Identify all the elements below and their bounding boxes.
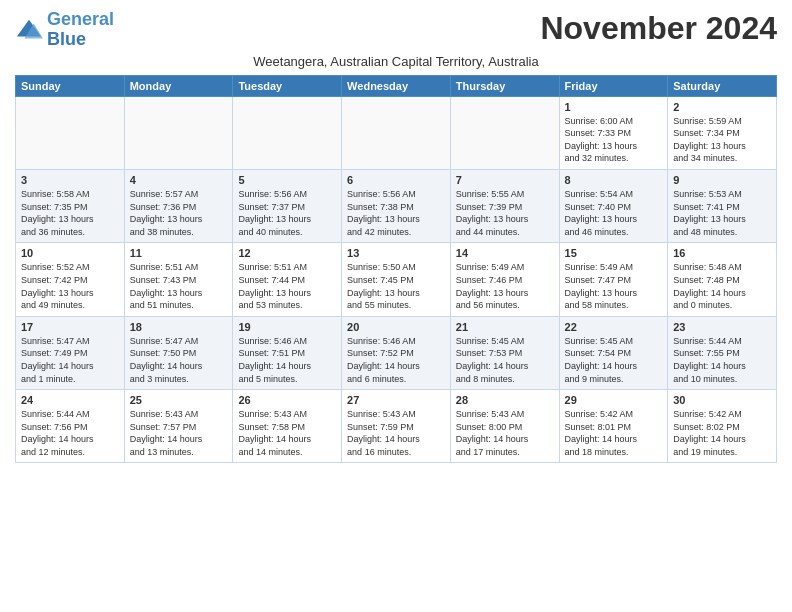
day-number: 9 — [673, 174, 771, 186]
calendar-week-3: 10Sunrise: 5:52 AM Sunset: 7:42 PM Dayli… — [16, 243, 777, 316]
calendar-cell-w1-d4 — [342, 96, 451, 169]
day-number: 28 — [456, 394, 554, 406]
day-number: 1 — [565, 101, 663, 113]
day-info: Sunrise: 6:00 AM Sunset: 7:33 PM Dayligh… — [565, 115, 663, 165]
calendar-cell-w3-d3: 12Sunrise: 5:51 AM Sunset: 7:44 PM Dayli… — [233, 243, 342, 316]
calendar-cell-w5-d6: 29Sunrise: 5:42 AM Sunset: 8:01 PM Dayli… — [559, 390, 668, 463]
calendar-body: 1Sunrise: 6:00 AM Sunset: 7:33 PM Daylig… — [16, 96, 777, 463]
day-info: Sunrise: 5:45 AM Sunset: 7:53 PM Dayligh… — [456, 335, 554, 385]
day-info: Sunrise: 5:43 AM Sunset: 7:58 PM Dayligh… — [238, 408, 336, 458]
calendar-cell-w2-d6: 8Sunrise: 5:54 AM Sunset: 7:40 PM Daylig… — [559, 169, 668, 242]
day-number: 25 — [130, 394, 228, 406]
calendar-cell-w4-d1: 17Sunrise: 5:47 AM Sunset: 7:49 PM Dayli… — [16, 316, 125, 389]
calendar-cell-w4-d2: 18Sunrise: 5:47 AM Sunset: 7:50 PM Dayli… — [124, 316, 233, 389]
col-thursday: Thursday — [450, 75, 559, 96]
day-number: 7 — [456, 174, 554, 186]
day-number: 5 — [238, 174, 336, 186]
calendar-cell-w3-d2: 11Sunrise: 5:51 AM Sunset: 7:43 PM Dayli… — [124, 243, 233, 316]
col-sunday: Sunday — [16, 75, 125, 96]
day-info: Sunrise: 5:42 AM Sunset: 8:01 PM Dayligh… — [565, 408, 663, 458]
day-number: 14 — [456, 247, 554, 259]
day-number: 27 — [347, 394, 445, 406]
day-info: Sunrise: 5:59 AM Sunset: 7:34 PM Dayligh… — [673, 115, 771, 165]
calendar-cell-w5-d3: 26Sunrise: 5:43 AM Sunset: 7:58 PM Dayli… — [233, 390, 342, 463]
calendar-cell-w3-d5: 14Sunrise: 5:49 AM Sunset: 7:46 PM Dayli… — [450, 243, 559, 316]
main-container: General Blue November 2024 Weetangera, A… — [0, 0, 792, 471]
col-wednesday: Wednesday — [342, 75, 451, 96]
day-info: Sunrise: 5:42 AM Sunset: 8:02 PM Dayligh… — [673, 408, 771, 458]
calendar-cell-w5-d5: 28Sunrise: 5:43 AM Sunset: 8:00 PM Dayli… — [450, 390, 559, 463]
day-info: Sunrise: 5:44 AM Sunset: 7:55 PM Dayligh… — [673, 335, 771, 385]
day-number: 20 — [347, 321, 445, 333]
logo-icon — [15, 16, 43, 44]
day-info: Sunrise: 5:43 AM Sunset: 7:59 PM Dayligh… — [347, 408, 445, 458]
calendar-cell-w2-d4: 6Sunrise: 5:56 AM Sunset: 7:38 PM Daylig… — [342, 169, 451, 242]
day-number: 29 — [565, 394, 663, 406]
day-info: Sunrise: 5:57 AM Sunset: 7:36 PM Dayligh… — [130, 188, 228, 238]
day-number: 12 — [238, 247, 336, 259]
calendar-cell-w1-d1 — [16, 96, 125, 169]
calendar-cell-w5-d1: 24Sunrise: 5:44 AM Sunset: 7:56 PM Dayli… — [16, 390, 125, 463]
day-info: Sunrise: 5:44 AM Sunset: 7:56 PM Dayligh… — [21, 408, 119, 458]
col-saturday: Saturday — [668, 75, 777, 96]
day-info: Sunrise: 5:49 AM Sunset: 7:46 PM Dayligh… — [456, 261, 554, 311]
day-number: 18 — [130, 321, 228, 333]
calendar-cell-w4-d7: 23Sunrise: 5:44 AM Sunset: 7:55 PM Dayli… — [668, 316, 777, 389]
day-number: 4 — [130, 174, 228, 186]
day-info: Sunrise: 5:47 AM Sunset: 7:49 PM Dayligh… — [21, 335, 119, 385]
day-number: 22 — [565, 321, 663, 333]
day-number: 21 — [456, 321, 554, 333]
calendar-cell-w1-d7: 2Sunrise: 5:59 AM Sunset: 7:34 PM Daylig… — [668, 96, 777, 169]
day-number: 24 — [21, 394, 119, 406]
day-info: Sunrise: 5:56 AM Sunset: 7:37 PM Dayligh… — [238, 188, 336, 238]
col-monday: Monday — [124, 75, 233, 96]
day-info: Sunrise: 5:53 AM Sunset: 7:41 PM Dayligh… — [673, 188, 771, 238]
day-info: Sunrise: 5:55 AM Sunset: 7:39 PM Dayligh… — [456, 188, 554, 238]
calendar-cell-w1-d5 — [450, 96, 559, 169]
col-tuesday: Tuesday — [233, 75, 342, 96]
logo-blue: Blue — [47, 29, 86, 49]
calendar-cell-w4-d3: 19Sunrise: 5:46 AM Sunset: 7:51 PM Dayli… — [233, 316, 342, 389]
day-info: Sunrise: 5:43 AM Sunset: 8:00 PM Dayligh… — [456, 408, 554, 458]
col-friday: Friday — [559, 75, 668, 96]
calendar-cell-w2-d7: 9Sunrise: 5:53 AM Sunset: 7:41 PM Daylig… — [668, 169, 777, 242]
subtitle: Weetangera, Australian Capital Territory… — [15, 54, 777, 69]
calendar-cell-w2-d2: 4Sunrise: 5:57 AM Sunset: 7:36 PM Daylig… — [124, 169, 233, 242]
calendar-cell-w4-d4: 20Sunrise: 5:46 AM Sunset: 7:52 PM Dayli… — [342, 316, 451, 389]
calendar-cell-w2-d1: 3Sunrise: 5:58 AM Sunset: 7:35 PM Daylig… — [16, 169, 125, 242]
calendar-week-5: 24Sunrise: 5:44 AM Sunset: 7:56 PM Dayli… — [16, 390, 777, 463]
day-info: Sunrise: 5:50 AM Sunset: 7:45 PM Dayligh… — [347, 261, 445, 311]
calendar-cell-w1-d3 — [233, 96, 342, 169]
calendar-cell-w4-d5: 21Sunrise: 5:45 AM Sunset: 7:53 PM Dayli… — [450, 316, 559, 389]
day-info: Sunrise: 5:54 AM Sunset: 7:40 PM Dayligh… — [565, 188, 663, 238]
day-info: Sunrise: 5:45 AM Sunset: 7:54 PM Dayligh… — [565, 335, 663, 385]
day-info: Sunrise: 5:49 AM Sunset: 7:47 PM Dayligh… — [565, 261, 663, 311]
calendar-cell-w2-d5: 7Sunrise: 5:55 AM Sunset: 7:39 PM Daylig… — [450, 169, 559, 242]
day-info: Sunrise: 5:58 AM Sunset: 7:35 PM Dayligh… — [21, 188, 119, 238]
day-number: 3 — [21, 174, 119, 186]
calendar-cell-w5-d4: 27Sunrise: 5:43 AM Sunset: 7:59 PM Dayli… — [342, 390, 451, 463]
calendar-cell-w5-d2: 25Sunrise: 5:43 AM Sunset: 7:57 PM Dayli… — [124, 390, 233, 463]
day-info: Sunrise: 5:46 AM Sunset: 7:51 PM Dayligh… — [238, 335, 336, 385]
calendar-table: Sunday Monday Tuesday Wednesday Thursday… — [15, 75, 777, 464]
logo-text: General Blue — [47, 10, 114, 50]
logo: General Blue — [15, 10, 114, 50]
calendar-cell-w1-d2 — [124, 96, 233, 169]
calendar-week-2: 3Sunrise: 5:58 AM Sunset: 7:35 PM Daylig… — [16, 169, 777, 242]
calendar-header-row: Sunday Monday Tuesday Wednesday Thursday… — [16, 75, 777, 96]
day-number: 11 — [130, 247, 228, 259]
day-info: Sunrise: 5:56 AM Sunset: 7:38 PM Dayligh… — [347, 188, 445, 238]
day-number: 23 — [673, 321, 771, 333]
day-info: Sunrise: 5:52 AM Sunset: 7:42 PM Dayligh… — [21, 261, 119, 311]
day-number: 30 — [673, 394, 771, 406]
calendar-cell-w3-d6: 15Sunrise: 5:49 AM Sunset: 7:47 PM Dayli… — [559, 243, 668, 316]
day-number: 6 — [347, 174, 445, 186]
calendar-week-1: 1Sunrise: 6:00 AM Sunset: 7:33 PM Daylig… — [16, 96, 777, 169]
day-number: 13 — [347, 247, 445, 259]
calendar-week-4: 17Sunrise: 5:47 AM Sunset: 7:49 PM Dayli… — [16, 316, 777, 389]
day-number: 2 — [673, 101, 771, 113]
day-number: 16 — [673, 247, 771, 259]
calendar-cell-w3-d4: 13Sunrise: 5:50 AM Sunset: 7:45 PM Dayli… — [342, 243, 451, 316]
day-info: Sunrise: 5:51 AM Sunset: 7:43 PM Dayligh… — [130, 261, 228, 311]
logo-general: General — [47, 9, 114, 29]
